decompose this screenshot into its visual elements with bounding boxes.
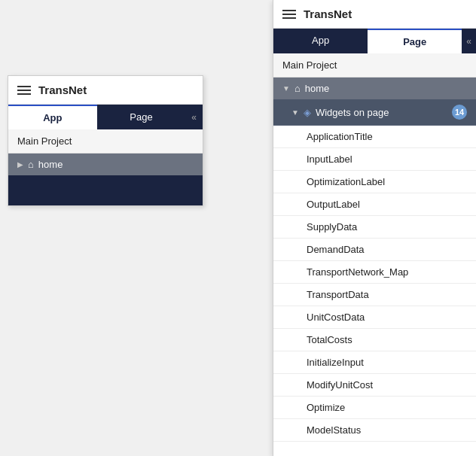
widget-list-item[interactable]: OutputLabel [273, 193, 476, 216]
widget-list-item[interactable]: TransportData [273, 284, 476, 306]
right-tree-home-arrow: ▼ [282, 84, 290, 93]
home-icon-right: ⌂ [294, 83, 301, 94]
widget-items-list: ApplicationTitleInputLabelOptimizationLa… [273, 126, 476, 442]
widget-list-item[interactable]: ModelStatus [273, 419, 476, 442]
left-panel-bottom [8, 175, 203, 205]
right-tree-widgets-row[interactable]: ▼ ◈ Widgets on page 14 [273, 99, 476, 126]
right-collapse-button[interactable]: « [462, 29, 476, 53]
right-panel-header: TransNet [273, 0, 476, 29]
widget-list-item[interactable]: DemandData [273, 239, 476, 261]
widget-list-item[interactable]: UnitCostData [273, 306, 476, 329]
right-tabs-bar: App Page « [273, 29, 476, 53]
widget-list-item[interactable]: SupplyData [273, 216, 476, 239]
right-project-row: Main Project [273, 53, 476, 78]
left-collapse-button[interactable]: « [185, 112, 203, 123]
right-tab-page[interactable]: Page [368, 29, 462, 53]
left-panel-header: TransNet [8, 76, 203, 105]
left-panel-title: TransNet [38, 84, 87, 96]
left-tree-home-row[interactable]: ▶ ⌂ home [8, 154, 203, 175]
right-panel: TransNet App Page « Main Project ▼ ⌂ hom… [273, 0, 476, 456]
widgets-label: Widgets on page [316, 107, 389, 118]
widget-list-item[interactable]: InitializeInput [273, 351, 476, 374]
hamburger-icon-right[interactable] [282, 10, 296, 19]
widget-list-item[interactable]: ModifyUnitCost [273, 374, 476, 397]
left-tree-arrow: ▶ [17, 160, 23, 169]
right-panel-title: TransNet [304, 8, 352, 20]
right-tree-widgets-arrow: ▼ [291, 108, 299, 117]
left-tabs-bar: App Page « [8, 105, 203, 129]
hamburger-icon-left[interactable] [17, 86, 31, 95]
right-tree-home-row[interactable]: ▼ ⌂ home [273, 78, 476, 99]
right-home-label: home [305, 83, 330, 94]
widget-icon: ◈ [304, 107, 311, 118]
left-project-row: Main Project [8, 129, 203, 154]
home-icon-left: ⌂ [28, 159, 34, 170]
widget-list-item[interactable]: ApplicationTitle [273, 126, 476, 148]
widget-list-item[interactable]: InputLabel [273, 148, 476, 171]
widget-list-item[interactable]: OptimizationLabel [273, 171, 476, 193]
widgets-badge: 14 [452, 105, 467, 120]
right-tab-app[interactable]: App [273, 29, 368, 53]
left-tab-app[interactable]: App [8, 105, 97, 129]
left-tab-page[interactable]: Page [97, 105, 186, 129]
left-home-label: home [38, 159, 63, 170]
widget-list-item[interactable]: TransportNetwork_Map [273, 261, 476, 284]
widget-list-item[interactable]: TotalCosts [273, 329, 476, 351]
left-panel: TransNet App Page « Main Project ▶ ⌂ hom… [8, 75, 203, 206]
widget-list-item[interactable]: Optimize [273, 397, 476, 419]
